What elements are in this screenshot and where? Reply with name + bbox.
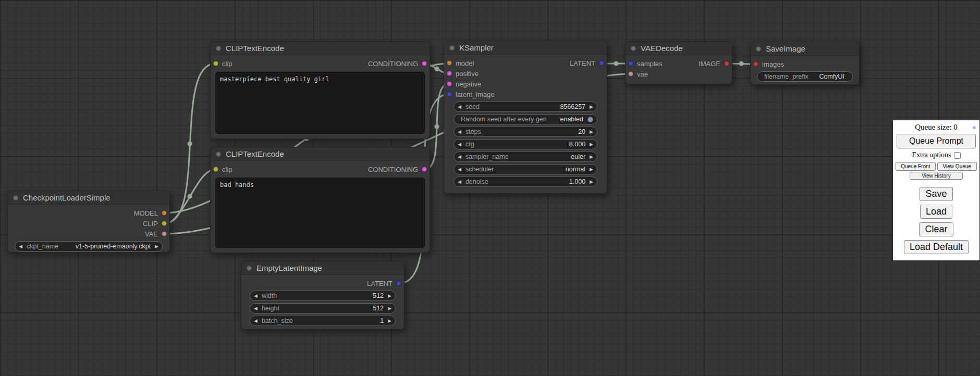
stepper-left-icon[interactable]: ◀ [254, 306, 258, 311]
stepper-left-icon[interactable]: ◀ [458, 130, 461, 134]
stepper-left-icon[interactable]: ◀ [458, 105, 461, 109]
model-input-dot[interactable] [447, 60, 452, 66]
stepper-left-icon[interactable]: ◀ [458, 155, 461, 159]
width-widget[interactable]: ◀ width 512 ▶ [250, 291, 396, 301]
collapse-dot[interactable] [449, 45, 455, 51]
slot-row: latent_image [444, 89, 607, 99]
cfg-widget[interactable]: ◀ cfg 8.000 ▶ [454, 139, 597, 149]
latent-output-dot[interactable] [396, 281, 401, 286]
stepper-right-icon[interactable]: ▶ [155, 244, 158, 249]
node-title-bar[interactable]: CLIPTextEncode [211, 147, 430, 161]
positive-input-dot[interactable] [447, 71, 452, 76]
load-button[interactable]: Load [920, 205, 952, 219]
stepper-left-icon[interactable]: ◀ [458, 142, 461, 147]
negative-input-dot[interactable] [447, 81, 452, 86]
node-checkpoint-loader[interactable]: CheckpointLoaderSimple MODEL CLIP VAE ◀ … [7, 191, 170, 253]
stepper-left-icon[interactable]: ◀ [19, 244, 22, 249]
widget-label: batch_size [262, 317, 293, 324]
save-button[interactable]: Save [920, 187, 952, 201]
node-title-bar[interactable]: KSampler [444, 41, 607, 55]
collapse-dot[interactable] [247, 266, 252, 271]
link-midpoint-dot [188, 142, 192, 146]
collapse-dot[interactable] [216, 46, 221, 51]
stepper-right-icon[interactable]: ▶ [590, 142, 593, 147]
clip-output-dot[interactable] [162, 221, 167, 226]
collapse-dot[interactable] [216, 152, 221, 157]
collapse-dot[interactable] [631, 46, 636, 51]
vae-input-dot[interactable] [628, 71, 633, 77]
steps-widget[interactable]: ◀ steps 20 ▶ [454, 127, 597, 137]
node-title: CLIPTextEncode [226, 44, 284, 53]
denoise-widget[interactable]: ◀ denoise 1.000 ▶ [454, 177, 597, 187]
node-graph-canvas[interactable]: CheckpointLoaderSimple MODEL CLIP VAE ◀ … [0, 0, 980, 376]
widget-label: sampler_name [466, 153, 509, 160]
image-output-dot[interactable] [724, 61, 729, 66]
node-title-bar[interactable]: VAEDecode [626, 42, 732, 55]
seed-control-widget[interactable]: Random seed after every gen enabled [454, 114, 597, 124]
stepper-left-icon[interactable]: ◀ [458, 167, 461, 172]
node-clip-text-encode-positive[interactable]: CLIPTextEncode clip CONDITIONING masterp… [210, 41, 430, 139]
collapse-dot[interactable] [756, 46, 761, 52]
view-queue-button[interactable]: View Queue [937, 162, 977, 171]
node-vae-decode[interactable]: VAEDecode samples IMAGE vae [625, 41, 732, 84]
seed-widget[interactable]: ◀ seed 8566257 ▶ [454, 102, 597, 112]
stepper-right-icon[interactable]: ▶ [590, 130, 593, 134]
ckpt-name-widget[interactable]: ◀ ckpt_name v1-5-pruned-emaonly.ckpt ▶ [15, 241, 163, 252]
node-title-bar[interactable]: EmptyLatentImage [241, 261, 404, 275]
stepper-left-icon[interactable]: ◀ [458, 180, 461, 184]
positive-prompt-textarea[interactable]: masterpiece best quality girl [215, 72, 425, 134]
samples-input-dot[interactable] [628, 61, 633, 66]
view-history-button[interactable]: View History [910, 172, 962, 180]
slot-row: model LATENT [444, 58, 607, 68]
toggle-indicator[interactable] [587, 117, 593, 122]
widget-value: 1 [380, 317, 384, 324]
batch-size-widget[interactable]: ◀ batch_size 1 ▶ [250, 316, 396, 326]
settings-icon[interactable]: ✳ [972, 122, 976, 133]
stepper-right-icon[interactable]: ▶ [590, 155, 593, 159]
clip-input-label: clip [222, 60, 232, 68]
clear-button[interactable]: Clear [919, 222, 953, 236]
clip-input-dot[interactable] [213, 61, 218, 66]
node-title-bar[interactable]: CLIPTextEncode [211, 42, 430, 55]
conditioning-output-dot[interactable] [422, 61, 427, 66]
height-widget[interactable]: ◀ height 512 ▶ [250, 303, 396, 314]
stepper-right-icon[interactable]: ▶ [388, 319, 391, 323]
negative-prompt-textarea[interactable]: bad hands [215, 178, 425, 248]
node-title: CheckpointLoaderSimple [23, 193, 111, 202]
node-empty-latent-image[interactable]: EmptyLatentImage LATENT ◀ width 512 ▶ ◀ … [241, 261, 405, 330]
stepper-right-icon[interactable]: ▶ [590, 167, 593, 172]
node-clip-text-encode-negative[interactable]: CLIPTextEncode clip CONDITIONING bad han… [210, 147, 430, 253]
sampler-name-widget[interactable]: ◀ sampler_name euler ▶ [454, 152, 597, 162]
images-input-dot[interactable] [753, 61, 758, 67]
model-output-dot[interactable] [162, 210, 167, 216]
stepper-right-icon[interactable]: ▶ [388, 306, 391, 311]
stepper-left-icon[interactable]: ◀ [254, 294, 258, 298]
widget-value: ComfyUI [819, 73, 844, 80]
node-title: EmptyLatentImage [256, 264, 322, 272]
filename-prefix-widget[interactable]: filename_prefix ComfyUI [757, 71, 853, 82]
slot-row: CLIP [8, 218, 169, 229]
node-title-bar[interactable]: SaveImage [751, 42, 859, 56]
clip-output-label: CLIP [143, 220, 158, 228]
stepper-right-icon[interactable]: ▶ [590, 180, 593, 184]
vae-output-dot[interactable] [162, 231, 167, 236]
scheduler-widget[interactable]: ◀ scheduler normal ▶ [454, 164, 597, 174]
node-ksampler[interactable]: KSampler model LATENT positive negative … [444, 41, 607, 194]
node-title-bar[interactable]: CheckpointLoaderSimple [8, 191, 169, 205]
node-save-image[interactable]: SaveImage images filename_prefix ComfyUI [750, 42, 860, 85]
conditioning-output-dot[interactable] [422, 167, 427, 172]
extra-options-checkbox[interactable] [954, 152, 961, 159]
queue-front-button[interactable]: Queue Front [896, 162, 936, 171]
clip-input-dot[interactable] [213, 167, 218, 172]
latent-image-input-dot[interactable] [447, 92, 452, 97]
load-default-button[interactable]: Load Default [904, 240, 969, 254]
stepper-left-icon[interactable]: ◀ [254, 319, 258, 323]
collapse-dot[interactable] [13, 195, 18, 200]
latent-output-dot[interactable] [599, 60, 604, 66]
stepper-right-icon[interactable]: ▶ [590, 105, 593, 109]
queue-prompt-button[interactable]: Queue Prompt [897, 134, 976, 148]
widget-value: 20 [578, 128, 585, 135]
conditioning-output-label: CONDITIONING [368, 60, 418, 68]
model-output-label: MODEL [134, 209, 158, 217]
stepper-right-icon[interactable]: ▶ [388, 294, 391, 298]
